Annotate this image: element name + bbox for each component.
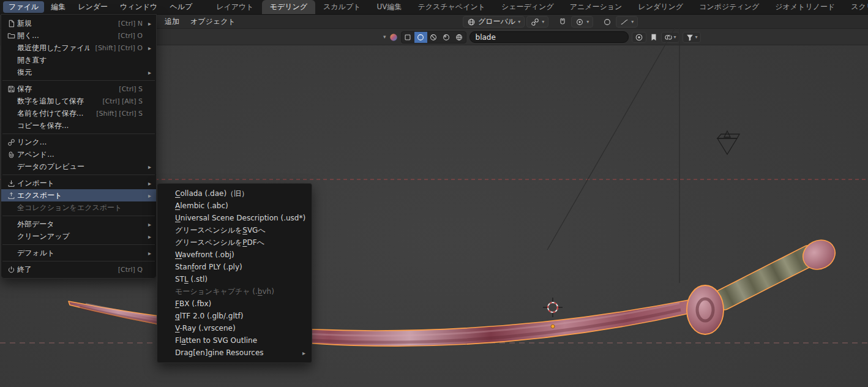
- file-menu-item[interactable]: 新規[Ctrl] N▸: [1, 17, 156, 29]
- menu-item-label: 開き直す: [17, 55, 137, 66]
- search-input[interactable]: [470, 31, 629, 43]
- file-menu-item[interactable]: 保存[Ctrl] S: [1, 83, 156, 95]
- workspace-tab-9[interactable]: ジオメトリノード: [767, 0, 843, 14]
- export-menu-item[interactable]: Wavefront (.obj): [157, 249, 312, 261]
- menubar-item-4[interactable]: ヘルプ: [164, 1, 198, 13]
- menu-item-label: Collada (.dae)（旧）: [175, 189, 305, 199]
- menu-item-label: Stanford PLY (.ply): [175, 263, 305, 271]
- export-menu-item[interactable]: Drag[en]gine Resources▸: [157, 347, 312, 359]
- menu-item-label: FBX (.fbx): [175, 299, 305, 308]
- menu-item-label: インポート: [17, 178, 137, 189]
- file-menu-item[interactable]: 終了[Ctrl] Q: [1, 263, 156, 276]
- viewport-menus: 追加オブジェクト: [159, 15, 241, 29]
- submenu-arrow-icon: ▸: [144, 192, 151, 199]
- menubar-item-2[interactable]: レンダー: [72, 1, 113, 13]
- menu-item-shortcut: [Ctrl] [Alt] S: [102, 97, 143, 105]
- workspace-tab-3[interactable]: UV編集: [369, 0, 410, 14]
- menu-item-shortcut: [Shift] [Ctrl] O: [95, 44, 143, 52]
- workspace-tab-0[interactable]: レイアウト: [208, 0, 261, 14]
- export-menu-item[interactable]: グリースペンシルをSVGへ: [157, 224, 312, 236]
- file-menu-item[interactable]: リンク...: [1, 136, 156, 148]
- file-menu-item[interactable]: コピーを保存...: [1, 119, 156, 132]
- filter-dropdown[interactable]: ▾: [683, 32, 701, 43]
- submenu-arrow-icon: ▸: [144, 69, 151, 76]
- submenu-arrow-icon: ▸: [144, 221, 151, 228]
- workspace-tab-6[interactable]: アニメーション: [562, 0, 630, 14]
- workspace-tab-7[interactable]: レンダリング: [630, 0, 691, 14]
- file-menu-item[interactable]: デフォルト▸: [1, 247, 156, 259]
- collapse-chevron-icon[interactable]: ▾: [383, 34, 386, 40]
- shading-rendered-icon: [442, 33, 451, 42]
- menubar: ファイル編集レンダーウィンドウヘルプ: [0, 0, 198, 14]
- snap-toggle[interactable]: [556, 16, 569, 28]
- submenu-arrow-icon: ▸: [144, 45, 151, 51]
- file-new-icon: [5, 20, 17, 28]
- file-menu-item[interactable]: 外部データ▸: [1, 218, 156, 230]
- transform-orientation-dropdown[interactable]: グローバル ▾: [463, 16, 525, 28]
- file-menu-item[interactable]: アペンド...: [1, 148, 156, 160]
- pivot-dropdown[interactable]: ▾: [526, 16, 548, 28]
- overlays-dropdown[interactable]: ▾: [661, 32, 679, 43]
- proportional-falloff-dropdown[interactable]: ▾: [616, 16, 638, 28]
- workspace-tab-8[interactable]: コンポジティング: [691, 0, 767, 14]
- file-menu-item[interactable]: 開き直す: [1, 54, 156, 66]
- shading-solid-button[interactable]: [414, 32, 427, 43]
- export-menu-item[interactable]: Flatten to SVG Outline: [157, 334, 312, 347]
- export-menu-item[interactable]: Alembic (.abc): [157, 200, 312, 212]
- file-menu-item[interactable]: 復元▸: [1, 66, 156, 78]
- export-menu-item[interactable]: FBX (.fbx): [157, 298, 312, 310]
- export-menu-item[interactable]: V-Ray (.vrscene): [157, 322, 312, 334]
- filter-funnel-icon: [686, 33, 694, 42]
- viewport-menu-1[interactable]: オブジェクト: [185, 15, 241, 29]
- material-preview-sphere-icon[interactable]: [389, 33, 398, 42]
- menubar-item-0[interactable]: ファイル: [3, 1, 44, 13]
- menu-item-shortcut: [Ctrl] S: [119, 85, 143, 93]
- viewport-menu-0[interactable]: 追加: [159, 15, 185, 29]
- submenu-arrow-icon: ▸: [144, 180, 151, 187]
- link-icon: [5, 138, 17, 146]
- menu-item-label: エクスポート: [17, 190, 137, 201]
- file-menu-item[interactable]: エクスポート▸: [1, 189, 156, 201]
- snap-settings-dropdown[interactable]: ▾: [571, 16, 593, 28]
- file-menu-item[interactable]: クリーンアップ▸: [1, 230, 156, 242]
- shading-rendered-button[interactable]: [440, 32, 453, 43]
- proportional-edit-toggle[interactable]: [600, 16, 614, 28]
- shading-wireframe-button[interactable]: [453, 32, 466, 43]
- gizmo-toggle[interactable]: [632, 32, 646, 43]
- export-menu-item: モーションキャプチャ (.bvh): [157, 285, 312, 298]
- workspace-tab-5[interactable]: シェーディング: [493, 0, 562, 14]
- menu-item-label: デフォルト: [17, 248, 137, 258]
- pivot-chain-icon: [531, 18, 539, 26]
- workspace-tab-2[interactable]: スカルプト: [315, 0, 369, 14]
- export-menu-item[interactable]: Universal Scene Description (.usd*): [157, 212, 312, 224]
- menubar-item-3[interactable]: ウィンドウ: [114, 1, 163, 13]
- workspace-tab-10[interactable]: スクリプト作成: [843, 0, 868, 14]
- menu-item-label: 開く...: [17, 31, 112, 41]
- file-menu-item[interactable]: インポート▸: [1, 177, 156, 189]
- overlay-square-toggle[interactable]: [402, 32, 414, 43]
- export-menu-item[interactable]: glTF 2.0 (.glb/.gltf): [157, 310, 312, 322]
- blender-window: 追加オブジェクト グローバル ▾ ▾ ▾: [0, 0, 868, 387]
- menu-item-label: 新規: [17, 18, 112, 29]
- export-menu-item[interactable]: グリースペンシルをPDFへ: [157, 236, 312, 249]
- menubar-item-1[interactable]: 編集: [45, 1, 71, 13]
- bookmark-icon[interactable]: [649, 33, 658, 42]
- file-menu-item[interactable]: 開く...[Ctrl] O: [1, 29, 156, 42]
- menu-separator: [2, 244, 155, 245]
- file-menu-item[interactable]: 最近使用したファイル[Shift] [Ctrl] O▸: [1, 42, 156, 54]
- menu-separator: [2, 216, 155, 216]
- file-menu-item[interactable]: 数字を追加して保存[Ctrl] [Alt] S: [1, 95, 156, 107]
- export-menu-item[interactable]: Collada (.dae)（旧）: [157, 187, 312, 200]
- export-menu-item[interactable]: STL (.stl): [157, 273, 312, 285]
- export-menu-item[interactable]: Stanford PLY (.ply): [157, 261, 312, 273]
- file-menu-item[interactable]: データのプレビュー▸: [1, 160, 156, 173]
- chevron-down-icon: ▾: [542, 20, 544, 24]
- workspace-tab-4[interactable]: テクスチャペイント: [410, 0, 493, 14]
- shading-material-button[interactable]: [427, 32, 440, 43]
- proportional-circle-icon: [603, 18, 612, 26]
- workspace-tab-1[interactable]: モデリング: [262, 0, 315, 14]
- menu-separator: [2, 80, 155, 81]
- file-menu-item[interactable]: 名前を付けて保存...[Shift] [Ctrl] S: [1, 107, 156, 119]
- overlay-square-icon: [403, 33, 412, 42]
- export-submenu: Collada (.dae)（旧）Alembic (.abc)Universal…: [157, 183, 312, 363]
